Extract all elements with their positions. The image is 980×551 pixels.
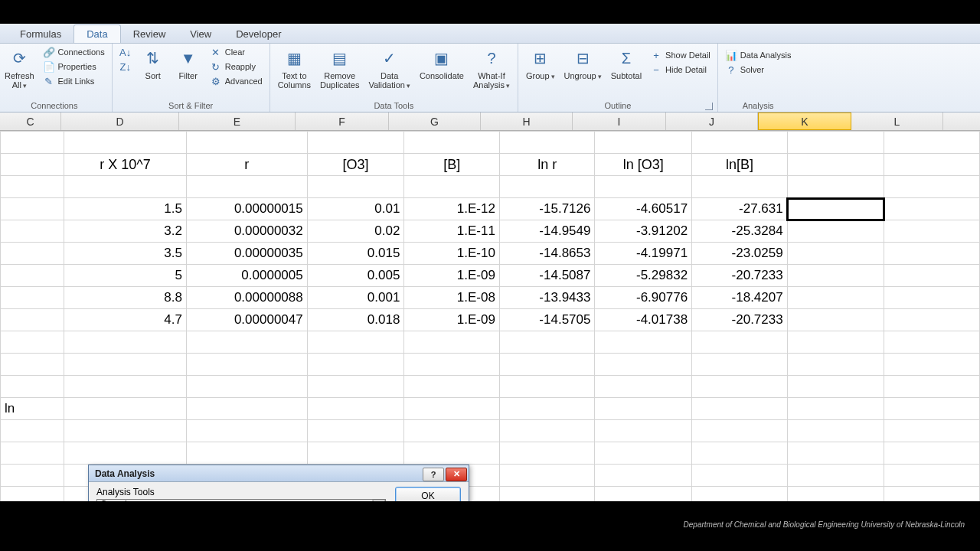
group-label-data-tools: Data Tools: [275, 100, 513, 112]
tab-developer[interactable]: Developer: [224, 25, 293, 43]
clear-icon: ✕: [210, 46, 222, 58]
cell[interactable]: ln [O3]: [595, 154, 692, 176]
advanced-icon: ⚙: [210, 75, 222, 87]
text-to-columns-icon: ▦: [283, 47, 305, 70]
footer: Department of Chemical and Biological En…: [0, 501, 980, 551]
consolidate-icon: ▣: [430, 47, 453, 70]
cell[interactable]: r: [186, 154, 307, 176]
sort-desc-icon: Z↓: [119, 60, 132, 73]
group-button[interactable]: ⊞Group: [523, 45, 558, 83]
cell[interactable]: ln[B]: [692, 154, 788, 176]
table-row: r X 10^7 r [O3] [B] ln r ln [O3] ln[B]: [1, 154, 980, 176]
help-button[interactable]: ?: [423, 468, 444, 481]
data-analysis-dialog: Data Analysis ? ✕ Analysis Tools Covaria…: [88, 465, 469, 501]
advanced-button[interactable]: ⚙Advanced: [207, 74, 265, 88]
table-row: [1, 376, 980, 398]
selected-cell[interactable]: [787, 198, 884, 220]
cell[interactable]: r X 10^7: [64, 154, 187, 176]
dialog-title: Data Analysis: [95, 468, 155, 479]
consolidate-button[interactable]: ▣Consolidate: [416, 45, 467, 82]
cell[interactable]: [O3]: [307, 154, 404, 176]
cell[interactable]: ln r: [499, 154, 595, 176]
text-to-columns-button[interactable]: ▦Text to Columns: [275, 45, 314, 91]
table-row: [1, 442, 980, 465]
table-row: [1, 132, 980, 154]
table-row: 1.50.000000150.011.E-12-15.7126-4.60517-…: [1, 198, 980, 220]
remove-duplicates-button[interactable]: ▤Remove Duplicates: [317, 45, 362, 91]
table-row: [1, 420, 980, 442]
reapply-icon: ↻: [210, 60, 222, 73]
table-row: 4.70.000000470.0181.E-09-14.5705-4.01738…: [1, 309, 980, 331]
col-header-K[interactable]: K: [758, 112, 851, 130]
solver-button[interactable]: ?Solver: [723, 63, 794, 77]
group-label-outline: Outline: [523, 100, 713, 112]
table-row: 3.20.000000320.021.E-11-14.9549-3.91202-…: [1, 220, 980, 243]
group-label-sort-filter: Sort & Filter: [117, 100, 265, 112]
sort-desc-button[interactable]: Z↓: [117, 60, 134, 73]
group-label-connections: Connections: [2, 100, 107, 112]
chain-icon: 🔗: [43, 46, 55, 58]
group-icon: ⊞: [529, 47, 552, 70]
spreadsheet-grid[interactable]: r X 10^7 r [O3] [B] ln r ln [O3] ln[B] 1…: [0, 131, 980, 501]
column-headers: C D E F G H I J K L: [0, 112, 980, 131]
show-detail-button[interactable]: +Show Detail: [648, 48, 713, 62]
table-row: 50.00000050.0051.E-09-14.5087-5.29832-20…: [1, 265, 980, 287]
solver-icon: ?: [725, 64, 737, 76]
table-row: [1, 354, 980, 376]
col-header-L[interactable]: L: [851, 112, 943, 130]
tab-review[interactable]: Review: [121, 25, 178, 43]
hide-detail-button[interactable]: −Hide Detail: [648, 63, 713, 77]
sort-icon: ⇅: [142, 47, 165, 70]
col-header-E[interactable]: E: [179, 112, 296, 130]
cell[interactable]: [B]: [404, 154, 500, 176]
connections-button[interactable]: 🔗Connections: [41, 45, 107, 59]
show-detail-icon: +: [650, 49, 662, 61]
funnel-icon: ▼: [177, 47, 200, 70]
what-if-button[interactable]: ?What-If Analysis: [470, 45, 513, 92]
ungroup-button[interactable]: ⊟Ungroup: [561, 45, 605, 83]
ribbon-tabs: Formulas Data Review View Developer: [0, 24, 980, 44]
cell[interactable]: ln: [1, 398, 64, 420]
hide-detail-icon: −: [650, 64, 662, 76]
close-icon: ✕: [453, 469, 460, 479]
what-if-icon: ?: [480, 47, 503, 70]
dialog-titlebar[interactable]: Data Analysis ? ✕: [89, 465, 469, 482]
subtotal-button[interactable]: ΣSubtotal: [608, 45, 645, 82]
ribbon: ⟳ Refresh All 🔗Connections 📄Properties ✎…: [0, 44, 980, 112]
col-header-J[interactable]: J: [666, 112, 758, 130]
reapply-button[interactable]: ↻Reapply: [207, 60, 265, 73]
ok-button[interactable]: OK: [395, 487, 461, 501]
col-header-G[interactable]: G: [389, 112, 481, 130]
outline-launcher-icon[interactable]: [705, 103, 713, 110]
refresh-all-button[interactable]: ⟳ Refresh All: [2, 45, 38, 92]
tab-data[interactable]: Data: [74, 24, 120, 43]
remove-duplicates-icon: ▤: [328, 47, 351, 70]
tab-view[interactable]: View: [178, 25, 224, 43]
filter-button[interactable]: ▼Filter: [172, 45, 204, 82]
col-header-C[interactable]: C: [0, 112, 61, 130]
table-row: 3.50.000000350.0151.E-10-14.8653-4.19971…: [1, 243, 980, 265]
col-header-D[interactable]: D: [61, 112, 179, 130]
sort-button[interactable]: ⇅Sort: [137, 45, 169, 82]
data-analysis-button[interactable]: 📊Data Analysis: [723, 48, 794, 62]
col-header-I[interactable]: I: [573, 112, 666, 130]
data-analysis-icon: 📊: [725, 49, 737, 61]
col-header-F[interactable]: F: [296, 112, 389, 130]
close-button[interactable]: ✕: [446, 468, 467, 481]
properties-button[interactable]: 📄Properties: [41, 60, 107, 73]
col-header-H[interactable]: H: [481, 112, 573, 130]
table-row: 8.80.000000880.0011.E-08-13.9433-6.90776…: [1, 287, 980, 309]
table-row: ln: [1, 398, 980, 420]
subtotal-icon: Σ: [615, 47, 638, 70]
validation-icon: ✓: [378, 47, 401, 70]
sort-asc-icon: A↓: [119, 46, 132, 58]
sort-asc-button[interactable]: A↓: [117, 45, 134, 59]
edit-links-button[interactable]: ✎Edit Links: [41, 74, 107, 88]
refresh-icon: ⟳: [8, 47, 31, 70]
edit-links-icon: ✎: [43, 75, 55, 87]
data-validation-button[interactable]: ✓Data Validation: [365, 45, 413, 92]
clear-filter-button[interactable]: ✕Clear: [207, 45, 265, 59]
list-label: Analysis Tools: [96, 487, 386, 497]
ungroup-icon: ⊟: [571, 47, 594, 70]
tab-formulas[interactable]: Formulas: [8, 25, 74, 43]
